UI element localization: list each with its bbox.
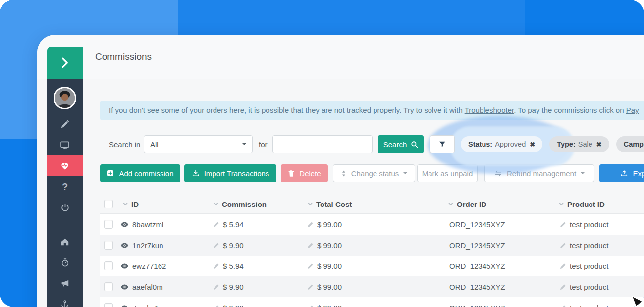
search-button-label: Search [383,140,407,149]
filter-chip-type[interactable]: Type: Sale ✖ [549,136,609,152]
import-transactions-button[interactable]: Import Transactions [184,164,276,182]
home-icon [60,237,69,246]
avatar[interactable] [54,87,76,109]
chip-label: Type: [557,140,576,148]
banner-text-1: If you don't see some of your orders her… [109,106,465,114]
row-checkbox[interactable] [104,261,113,270]
edit-pencil-icon[interactable] [213,305,219,307]
chevron-down-icon [403,172,407,176]
column-header-total-cost[interactable]: Total Cost [307,194,352,214]
column-header-order-id[interactable]: Order ID [448,194,486,214]
edit-pencil-icon[interactable] [213,221,219,228]
column-label: ID [131,200,139,208]
funnel-icon [438,140,446,148]
order-id: ORD_12345XYZ [449,241,505,250]
troubleshooter-link[interactable]: Troubleshooter [465,106,514,114]
sidebar-item-commissions[interactable] [47,155,83,176]
sidebar-toggle-button[interactable] [47,47,83,79]
total-cost: $ 99.00 [317,220,342,229]
delete-button[interactable]: Delete [281,164,328,182]
edit-pencil-icon[interactable] [213,284,219,290]
sort-arrows-icon [341,170,347,177]
sort-caret-icon [213,201,219,207]
total-cost: $ 99.00 [317,283,342,291]
edit-pencil-icon[interactable] [213,263,219,269]
close-icon[interactable]: ✖ [530,141,535,148]
change-status-button[interactable]: Change status [333,164,415,182]
sidebar-item-timer[interactable] [47,252,83,273]
sidebar-item-announcements[interactable] [47,273,83,294]
info-banner: If you don't see some of your orders her… [100,101,644,120]
search-scope-select[interactable]: All [144,135,253,153]
edit-pencil-icon[interactable] [307,305,314,307]
sidebar-item-integrations[interactable] [47,294,83,307]
sidebar-item-home[interactable] [47,231,83,252]
sidebar-item-edit[interactable] [47,114,83,135]
chip-value: Approved [495,140,526,148]
eye-icon[interactable] [120,305,129,307]
column-header-id[interactable]: ID [122,194,139,214]
sidebar: ? [47,79,83,307]
edit-pencil-icon[interactable] [560,284,566,290]
export-button[interactable]: Export to [599,164,644,182]
eye-icon[interactable] [120,221,129,228]
sidebar-item-display[interactable] [47,135,83,155]
chip-value: Sale [578,140,592,148]
banner-text-2: . To pay the commissions click on [514,106,626,114]
select-all-checkbox[interactable] [104,200,113,208]
table-row: ewz77162 $ 5.94 $ 99.00 ORD_12345XYZ tes… [100,256,644,276]
edit-pencil-icon[interactable] [307,221,314,228]
eye-icon[interactable] [120,242,129,249]
edit-pencil-icon[interactable] [213,242,219,249]
row-checkbox[interactable] [104,303,113,307]
product-id: test product [570,304,608,307]
table-row: 8bawtzml $ 5.94 $ 99.00 ORD_12345XYZ tes… [100,214,644,235]
add-commission-button[interactable]: Add commission [100,164,180,182]
row-checkbox[interactable] [104,241,113,250]
sidebar-divider [47,230,83,230]
sidebar-item-help[interactable]: ? [47,176,83,197]
edit-pencil-icon[interactable] [307,263,314,269]
chevron-down-icon [581,172,585,176]
eye-icon[interactable] [120,263,129,269]
sidebar-item-logout[interactable] [47,197,83,218]
search-in-label: Search in [109,135,140,153]
filter-button[interactable] [430,135,455,153]
search-icon [411,141,418,148]
stopwatch-icon [60,258,70,267]
anchor-icon [60,300,69,307]
search-button[interactable]: Search [378,135,424,153]
column-header-product-id[interactable]: Product ID [558,194,605,214]
table-row: 1n2r7kun $ 9.90 $ 99.00 ORD_12345XYZ tes… [100,235,644,256]
upload-icon [620,169,628,177]
chevron-right-icon [58,56,71,69]
sort-caret-icon [307,201,313,207]
edit-pencil-icon[interactable] [307,284,314,290]
total-cost: $ 99.00 [317,262,342,270]
product-id: test product [570,241,608,250]
edit-pencil-icon[interactable] [560,221,566,228]
search-input[interactable] [272,135,373,153]
close-icon[interactable]: ✖ [596,141,602,148]
pay-link[interactable]: Pay [626,106,639,114]
trash-icon [288,170,295,177]
edit-pencil-icon[interactable] [307,242,314,249]
pencil-icon [60,120,69,129]
table-header: ID Commission Total Cost Order ID [100,194,644,214]
filter-chip-status[interactable]: Status: Approved ✖ [461,136,542,152]
chip-label: Status: [468,140,492,148]
column-header-commission[interactable]: Commission [213,194,267,214]
filter-chip-campaign[interactable]: Campaign: ✖ [616,136,644,152]
plus-square-icon [107,169,114,177]
search-scope-value: All [150,140,159,149]
edit-pencil-icon[interactable] [560,263,566,269]
row-checkbox[interactable] [104,282,113,291]
edit-pencil-icon[interactable] [560,305,566,307]
app-window: Commissions [37,35,644,307]
eye-icon[interactable] [120,284,129,290]
monitor-icon [60,140,70,150]
edit-pencil-icon[interactable] [560,242,566,249]
row-checkbox[interactable] [104,220,113,229]
question-icon: ? [62,182,68,192]
commission-id: ewz77162 [132,262,166,270]
